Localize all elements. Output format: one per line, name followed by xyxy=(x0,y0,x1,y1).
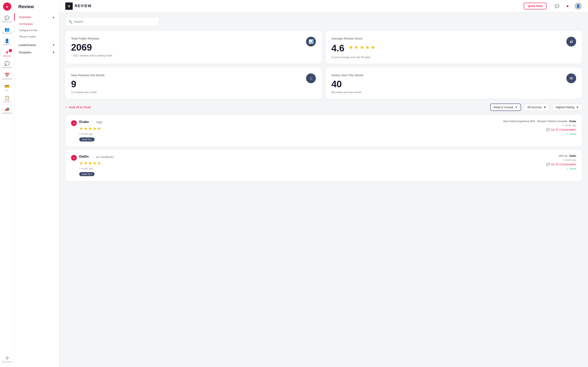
total-reviews-content: Total Public Reviews 2069 ↑ 1817 reviews… xyxy=(71,37,112,57)
nav-item-review[interactable]: 3 ★ REVIEW xyxy=(1,48,13,59)
review-campaign-bold-0: Drake xyxy=(570,120,576,123)
sidebar-item-leaderboards[interactable]: Leaderboards ▼ xyxy=(14,42,59,49)
nav-item-webchat[interactable]: 💭 WEBCHAT xyxy=(1,59,13,70)
webchat-icon: 💭 xyxy=(4,61,9,66)
nav-item-teamchat[interactable]: 👥 TEAMCHAT xyxy=(1,25,13,36)
brand-name: REVIEW xyxy=(75,4,92,8)
review-stars-1: ★ ★ ★ ★ ★ xyxy=(79,161,113,166)
conversation-icon-1: 💬 xyxy=(546,163,550,166)
check-circle-icon: ✓ xyxy=(65,106,68,109)
search-input[interactable] xyxy=(74,20,156,23)
avg-score-sub: 0 score change over last 30 days xyxy=(331,56,375,59)
avg-score-value: 4.6 xyxy=(331,43,345,54)
quick-send-button[interactable]: Quick Send xyxy=(524,3,546,9)
r1-star-3: ★ xyxy=(88,161,92,166)
review-time-0: 1 month ago xyxy=(79,133,102,135)
user-avatar[interactable]: 👤 xyxy=(575,2,582,10)
nav-sidebar: Review Overview ▲ All Reviews Assigned t… xyxy=(14,0,59,367)
stat-card-invites: Invites Sent This Month 40 68 invites se… xyxy=(326,68,582,99)
review-info-1: Dallin (no feedback) ★ ★ ★ ★ ★ 1 month a… xyxy=(79,155,113,176)
sidebar-subitem-assigned-to-me[interactable]: Assigned to Me xyxy=(14,27,59,33)
highest-rating-filter[interactable]: Highest Rating ▼ xyxy=(553,104,582,111)
stats-grid: Total Public Reviews 2069 ↑ 1817 reviews… xyxy=(65,31,582,99)
chat-icon-button[interactable]: 💬 xyxy=(553,2,561,10)
up-arrow-icon: ↑ xyxy=(71,54,72,57)
star-4: ★ xyxy=(365,44,370,50)
filter-bar: ✓ Mark All as Read Read & Unread ▼ All S… xyxy=(65,104,582,111)
go-to-conversation-0[interactable]: 💬 Go To Conversation xyxy=(546,128,576,131)
stat-card-header-new: New Reviews this Month 9 12 reviews last… xyxy=(71,73,316,94)
nav-item-pay[interactable]: 💳 PAY xyxy=(1,82,13,93)
sidebar-subitem-all-reviews[interactable]: All Reviews xyxy=(14,21,59,27)
main-content: ★ REVIEW Quick Send 💬 ● 👤 🔍 xyxy=(59,0,588,367)
star-5-half: ★ xyxy=(371,44,375,50)
read-check-icon-0: ✓ xyxy=(566,133,569,136)
go-to-conversation-label-1: Go To Conversation xyxy=(551,163,576,166)
review-date-0: 1 month ago xyxy=(562,124,576,127)
sidebar-item-overview[interactable]: Overview ▲ xyxy=(14,13,59,21)
star-1: ★ xyxy=(348,44,353,50)
star-circle-icon: ☆ xyxy=(309,76,313,81)
nav-item-settings[interactable]: ⚙ SETTINGS xyxy=(1,354,13,365)
total-reviews-label: Total Public Reviews xyxy=(71,37,112,40)
nav-item-people[interactable]: 👤 PEOPLE xyxy=(1,37,13,47)
nav-label-pay: PAY xyxy=(5,89,9,91)
invites-value: 40 xyxy=(331,79,363,89)
sidebar-subitem-recent-invites[interactable]: Recent Invites xyxy=(14,33,59,40)
invites-content: Invites Sent This Month 40 68 invites se… xyxy=(331,73,363,94)
header-actions: Quick Send 💬 ● 👤 xyxy=(524,2,582,10)
review-feedback-0: Fjfjfjf xyxy=(96,121,102,124)
review-campaign-1: NPS 30 - Dallin xyxy=(559,155,576,157)
mark-all-read-button[interactable]: ✓ Mark All as Read xyxy=(65,106,91,109)
nav-item-survey[interactable]: 📋 SURVEY xyxy=(1,94,13,104)
header-divider xyxy=(550,3,550,9)
review-right-0: New Patient Experience NPS - Monash Chil… xyxy=(503,120,576,142)
campaign-icon: 📣 xyxy=(4,107,9,112)
review-left-1: ● Dallin (no feedback) ★ ★ ★ ★ xyxy=(71,155,543,176)
review-right-1: NPS 30 - Dallin 1 month ago 💬 Go To Conv… xyxy=(546,155,576,176)
overview-chevron-icon: ▲ xyxy=(52,16,55,19)
bar-chart-icon: 📊 xyxy=(309,39,314,44)
avg-score-label: Average Review Score xyxy=(331,37,375,40)
review-feedback-1: (no feedback) xyxy=(96,155,113,159)
r0-star-2: ★ xyxy=(84,126,88,131)
nav-item-campaign[interactable]: 📣 CAMPAIGN xyxy=(1,105,13,116)
new-reviews-sub: 12 reviews last month xyxy=(71,91,104,94)
stat-card-header-invites: Invites Sent This Month 40 68 invites se… xyxy=(331,73,576,94)
stats-icon-button[interactable]: ● xyxy=(564,2,571,10)
nav-label-schedule: SCHEDULE xyxy=(2,78,12,80)
sidebar-item-templates[interactable]: Templates ▼ xyxy=(14,49,59,56)
highest-rating-label: Highest Rating xyxy=(555,106,574,109)
app-logo[interactable]: ● xyxy=(3,2,11,11)
nav-item-schedule[interactable]: 📅 SCHEDULE xyxy=(1,71,13,82)
pay-icon: 💳 xyxy=(4,84,9,89)
avg-stars-row: ★ ★ ★ ★ ★ xyxy=(348,44,375,50)
survey-icon: 📋 xyxy=(4,95,9,100)
overview-label: Overview xyxy=(19,16,31,19)
all-sources-filter[interactable]: All Sources ▼ xyxy=(524,104,549,111)
go-to-conversation-1[interactable]: 💬 Go To Conversation xyxy=(546,163,576,166)
stats-icon: ● xyxy=(566,4,569,8)
review-icon: ★ xyxy=(5,50,9,55)
invites-icon: ✉ xyxy=(566,73,576,83)
mark-all-read-label: Mark All as Read xyxy=(69,106,91,109)
avg-score-content: Average Review Score 4.6 ★ ★ ★ ★ ★ 0 s xyxy=(331,37,375,59)
stat-card-avg-score: Average Review Score 4.6 ★ ★ ★ ★ ★ 0 s xyxy=(326,31,582,64)
review-header-row-1: ● Dallin (no feedback) ★ ★ ★ ★ xyxy=(71,155,543,176)
people-icon: 👤 xyxy=(4,38,9,43)
invites-label: Invites Sent This Month xyxy=(331,73,363,77)
r1-star-1: ★ xyxy=(79,161,83,166)
all-sources-label: All Sources xyxy=(527,106,542,109)
avg-score-row: 4.6 ★ ★ ★ ★ ★ xyxy=(331,43,375,54)
read-unread-filter[interactable]: Read & Unread ▼ xyxy=(490,104,521,111)
review-badge: 3 xyxy=(9,49,12,52)
templates-chevron-icon: ▼ xyxy=(52,51,55,54)
new-reviews-content: New Reviews this Month 9 12 reviews last… xyxy=(71,73,104,94)
review-time-1: 1 month ago xyxy=(79,167,113,170)
chat-icon: 💬 xyxy=(555,4,559,8)
nav-item-message[interactable]: 💬 MESSAGE xyxy=(1,14,13,25)
search-icon: 🔍 xyxy=(68,20,72,24)
reviews-list: ● Drake Fjfjfjf ★ ★ ★ ★ ★ xyxy=(65,115,582,181)
invites-sub: 68 invites sent last month xyxy=(331,91,363,94)
nav-label-people: PEOPLE xyxy=(3,44,11,46)
